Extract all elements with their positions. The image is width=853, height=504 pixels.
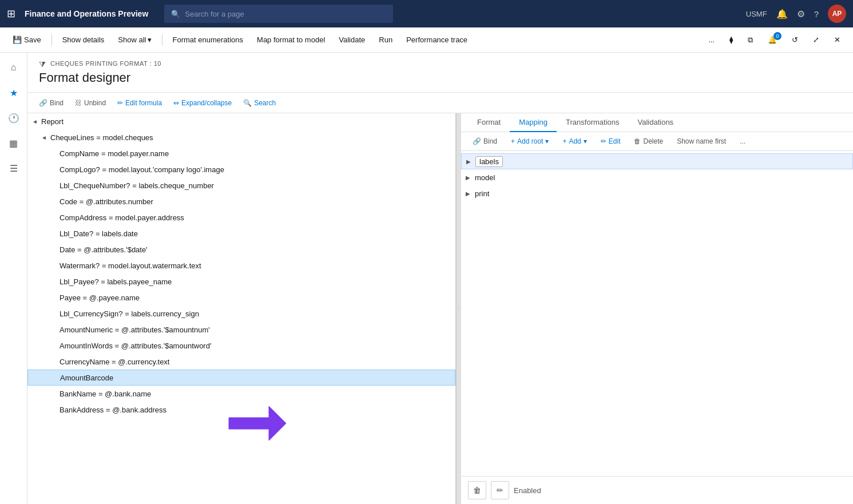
plus-icon: +: [562, 137, 566, 145]
main-layout: ⌂ ★ 🕐 ▦ ☰ ⧩ CHEQUES PRINTING FORMAT : 10…: [0, 53, 853, 504]
user-avatar[interactable]: AP: [828, 5, 846, 23]
add-root-button[interactable]: + Add root ▾: [506, 136, 553, 147]
show-name-first-button[interactable]: Show name first: [672, 136, 731, 147]
sub-toolbar: 🔗 Bind ⛓ Unbind ✏ Edit formula ⇔ Expand/…: [27, 93, 853, 113]
search-button[interactable]: 🔍 Search: [239, 97, 280, 109]
global-search-bar[interactable]: 🔍 Search for a page: [164, 5, 393, 23]
tree-item-8[interactable]: Lbl_Date? = labels.date: [27, 225, 455, 241]
map-format-button[interactable]: Map format to model: [251, 31, 331, 49]
toolbar-separator-2: [162, 34, 162, 46]
tree-item-text: AmountInWords = @.attributes.'$amountwor…: [59, 342, 211, 350]
expand-collapse-button[interactable]: ⇔ Expand/collapse: [169, 97, 236, 109]
sidebar-item-list[interactable]: ☰: [3, 158, 24, 178]
formula-icon: ✏: [117, 99, 123, 107]
link-icon: 🔗: [473, 137, 481, 145]
edit-formula-button[interactable]: ✏ Edit formula: [113, 97, 166, 109]
mapping-item-label: model: [475, 173, 495, 182]
more-mapping-button[interactable]: ...: [735, 136, 750, 147]
delete-button[interactable]: 🗑 Delete: [629, 136, 668, 147]
chevron-down-icon: ▾: [148, 35, 152, 44]
toolbar-right: ... ⧫ ⧉ 🔔 0 ↺ ⤢ ✕: [703, 31, 846, 49]
tree-item-16[interactable]: CurrencyName = @.currency.text: [27, 354, 455, 370]
tree-item-text: CompName = model.payer.name: [59, 149, 169, 158]
expand-window-button[interactable]: ⤢: [807, 31, 825, 49]
tree-item-14[interactable]: AmountNumeric = @.attributes.'$amountnum…: [27, 322, 455, 338]
tree-item-text: ChequeLines = model.cheques: [50, 133, 153, 142]
show-all-button[interactable]: Show all ▾: [112, 31, 157, 49]
expand-arrow-icon: ▶: [466, 158, 475, 165]
sidebar-item-home[interactable]: ⌂: [3, 57, 24, 78]
add-root-chevron: ▾: [545, 137, 549, 145]
performance-trace-button[interactable]: Performance trace: [400, 31, 473, 49]
format-enumerations-button[interactable]: Format enumerations: [167, 31, 249, 49]
unbind-button[interactable]: ⛓ Unbind: [70, 97, 110, 109]
bind-button[interactable]: 🔗 Bind: [34, 97, 68, 109]
validate-button[interactable]: Validate: [333, 31, 371, 49]
filter-icon: ⧩: [39, 59, 46, 69]
tree-item-2[interactable]: ◄ChequeLines = model.cheques: [27, 129, 455, 145]
expand-arrow-icon: ▶: [466, 191, 475, 197]
tree-chevron: ◄: [41, 134, 50, 141]
show-details-button[interactable]: Show details: [57, 31, 110, 49]
tree-item-3[interactable]: CompName = model.payer.name: [27, 145, 455, 161]
tree-item-18[interactable]: BankName = @.bank.name: [27, 386, 455, 402]
save-button[interactable]: 💾 Save: [7, 31, 47, 49]
tree-item-text: Lbl_ChequeNumber? = labels.cheque_number: [59, 181, 214, 190]
close-button[interactable]: ✕: [828, 31, 846, 49]
settings-icon[interactable]: ⚙: [797, 9, 805, 19]
sidebar-item-star[interactable]: ★: [3, 82, 24, 103]
layers-button[interactable]: ⧉: [742, 31, 759, 49]
tree-item-7[interactable]: CompAddress = model.payer.address: [27, 209, 455, 225]
tree-item-13[interactable]: Lbl_CurrencySign? = labels.currency_sign: [27, 305, 455, 322]
toolbar-separator-1: [51, 34, 52, 46]
tab-validations[interactable]: Validations: [628, 113, 683, 132]
mapping-delete-button[interactable]: 🗑: [468, 481, 486, 499]
nav-icons: USMF 🔔 ⚙ ? AP: [746, 5, 846, 23]
edit-button[interactable]: ✏ Edit: [596, 136, 625, 147]
pane-splitter[interactable]: ⋮: [457, 113, 461, 504]
tree-item-text: Lbl_CurrencySign? = labels.currency_sign: [59, 309, 199, 318]
pencil-icon: ✏: [497, 486, 503, 495]
sidebar-item-clock[interactable]: 🕐: [3, 108, 24, 128]
save-icon: 💾: [13, 35, 22, 44]
puzzle-button[interactable]: ⧫: [724, 31, 739, 49]
tree-item-4[interactable]: CompLogo? = model.layout.'company logo'.…: [27, 161, 455, 177]
add-button[interactable]: + Add ▾: [558, 136, 591, 147]
enabled-status: Enabled: [514, 486, 541, 495]
tree-item-6[interactable]: Code = @.attributes.number: [27, 193, 455, 209]
tab-format[interactable]: Format: [468, 113, 510, 132]
tree-item-1[interactable]: ◄Report: [27, 113, 455, 129]
mapping-item-print[interactable]: ▶print: [461, 185, 853, 201]
tree-item-9[interactable]: Date = @.attributes.'$date': [27, 241, 455, 257]
pencil-icon: ✏: [601, 137, 606, 145]
tree-item-5[interactable]: Lbl_ChequeNumber? = labels.cheque_number: [27, 177, 455, 193]
notification-icon[interactable]: 🔔: [776, 9, 788, 19]
tree-item-15[interactable]: AmountInWords = @.attributes.'$amountwor…: [27, 338, 455, 354]
tab-mapping[interactable]: Mapping: [510, 113, 557, 132]
tree-item-text: Payee = @.payee.name: [59, 293, 140, 302]
tree-item-19[interactable]: BankAddress = @.bank.address: [27, 402, 455, 418]
refresh-button[interactable]: ↺: [786, 31, 804, 49]
tree-item-text: AmountBarcode: [60, 374, 113, 382]
tree-item-12[interactable]: Payee = @.payee.name: [27, 289, 455, 305]
help-icon[interactable]: ?: [814, 9, 819, 19]
mapping-item-labels[interactable]: ▶labels: [461, 153, 853, 169]
tab-transformations[interactable]: Transformations: [557, 113, 628, 132]
more-button[interactable]: ...: [703, 31, 720, 49]
mapping-item-label: labels: [475, 156, 503, 167]
tree-item-text: CompLogo? = model.layout.'company logo'.…: [59, 165, 224, 174]
sidebar-item-calendar[interactable]: ▦: [3, 133, 24, 153]
tree-item-10[interactable]: Watermark? = model.layout.watermark.text: [27, 257, 455, 273]
tree-item-17[interactable]: AmountBarcode: [27, 370, 455, 386]
mapping-item-model[interactable]: ▶model: [461, 169, 853, 185]
mapping-bottom-toolbar: 🗑 ✏ Enabled: [461, 476, 853, 504]
badge-button[interactable]: 🔔 0: [762, 31, 783, 49]
tree-item-text: AmountNumeric = @.attributes.'$amountnum…: [59, 326, 210, 334]
mapping-bind-button[interactable]: 🔗 Bind: [468, 136, 502, 147]
app-grid-icon[interactable]: ⊞: [7, 7, 15, 20]
tree-item-11[interactable]: Lbl_Payee? = labels.payee_name: [27, 273, 455, 289]
tree-item-text: CompAddress = model.payer.address: [59, 213, 184, 222]
mapping-edit-button[interactable]: ✏: [491, 481, 509, 499]
run-button[interactable]: Run: [373, 31, 398, 49]
page-header: ⧩ CHEQUES PRINTING FORMAT : 10 Format de…: [27, 53, 853, 93]
